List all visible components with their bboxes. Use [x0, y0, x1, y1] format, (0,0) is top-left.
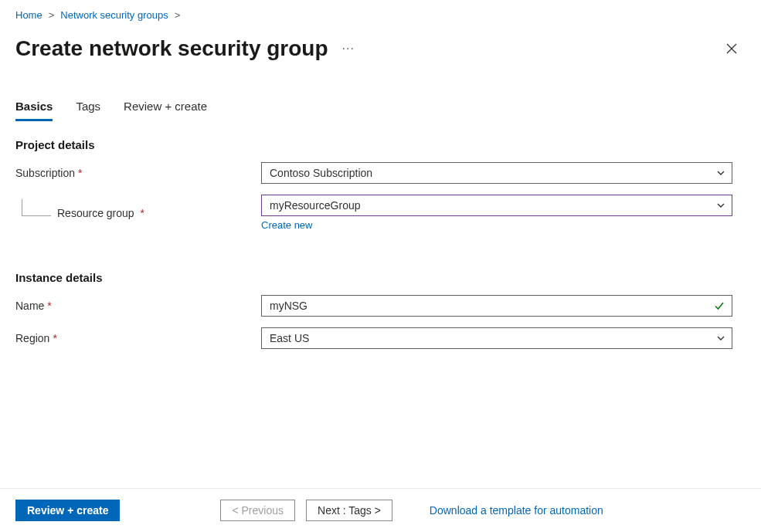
label-subscription: Subscription: [15, 167, 75, 179]
next-button[interactable]: Next : Tags >: [306, 500, 392, 521]
chevron-down-icon: [716, 168, 725, 178]
required-indicator: *: [78, 167, 82, 179]
breadcrumb: Home > Network security groups >: [15, 9, 746, 21]
title-row: Create network security group ···: [15, 36, 746, 61]
row-resource-group: Resource group * myResourceGroup Create …: [15, 195, 746, 231]
resource-group-select[interactable]: myResourceGroup: [261, 195, 732, 216]
footer-bar: Review + create < Previous Next : Tags >…: [0, 488, 761, 532]
required-indicator: *: [141, 207, 144, 219]
more-actions-button[interactable]: ···: [342, 42, 355, 56]
download-template-link[interactable]: Download a template for automation: [430, 504, 603, 517]
subscription-select[interactable]: Contoso Subscription: [261, 162, 732, 184]
tree-connector-icon: [22, 199, 51, 216]
close-icon: [725, 42, 738, 55]
label-region: Region: [15, 332, 49, 344]
section-instance-details: Instance details: [15, 271, 746, 284]
tabs: Basics Tags Review + create: [15, 100, 746, 121]
label-name: Name: [15, 300, 44, 312]
tab-tags[interactable]: Tags: [76, 100, 100, 121]
close-button[interactable]: [722, 39, 741, 58]
label-resource-group: Resource group: [57, 207, 134, 219]
row-subscription: Subscription * Contoso Subscription: [15, 162, 746, 184]
required-indicator: *: [53, 332, 56, 344]
tab-review[interactable]: Review + create: [124, 100, 207, 121]
review-create-button[interactable]: Review + create: [15, 500, 120, 521]
chevron-down-icon: [716, 334, 725, 343]
breadcrumb-home[interactable]: Home: [15, 9, 42, 21]
subscription-value: Contoso Subscription: [270, 167, 372, 179]
name-input[interactable]: myNSG: [261, 295, 732, 317]
chevron-right-icon: >: [175, 9, 181, 21]
checkmark-icon: [713, 300, 725, 312]
resource-group-value: myResourceGroup: [270, 199, 361, 212]
row-region: Region * East US: [15, 327, 746, 349]
create-new-link[interactable]: Create new: [261, 219, 312, 231]
name-value: myNSG: [270, 300, 307, 312]
chevron-down-icon: [716, 201, 725, 210]
tab-basics[interactable]: Basics: [15, 100, 53, 121]
region-value: East US: [270, 332, 309, 344]
required-indicator: *: [47, 300, 51, 312]
chevron-right-icon: >: [49, 9, 55, 21]
page-title: Create network security group: [15, 36, 328, 61]
row-name: Name * myNSG: [15, 295, 746, 317]
previous-button[interactable]: < Previous: [220, 500, 295, 521]
breadcrumb-nsg[interactable]: Network security groups: [60, 9, 168, 21]
region-select[interactable]: East US: [261, 327, 732, 349]
section-project-details: Project details: [15, 138, 746, 151]
